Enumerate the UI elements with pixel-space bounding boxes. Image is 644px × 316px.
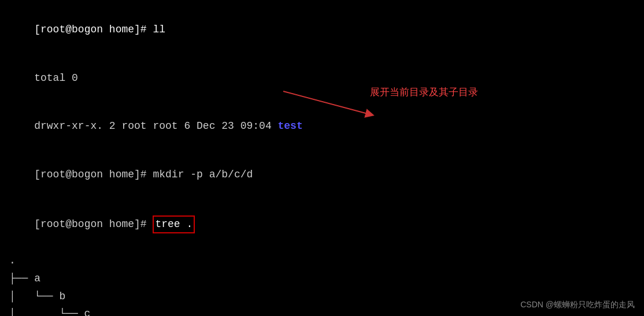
dir-name-test: test <box>278 120 303 132</box>
dir-listing: drwxr-xr-x. 2 root root 6 Dec 23 09:04 <box>34 120 277 132</box>
total-text: total 0 <box>34 72 78 84</box>
terminal-line-2: total 0 <box>9 54 635 103</box>
terminal-line-5: [root@bogon home]# tree . <box>9 199 635 250</box>
tree-a: ├── a <box>9 270 635 288</box>
terminal-line-3: drwxr-xr-x. 2 root root 6 Dec 23 09:04 t… <box>9 102 635 151</box>
terminal-line-1: [root@bogon home]# ll <box>9 6 635 54</box>
brand-watermark: CSDN @螺蛳粉只吃炸蛋的走风 <box>520 300 635 310</box>
terminal-line-4: [root@bogon home]# mkdir -p a/b/c/d <box>9 151 635 199</box>
brand-text: CSDN @螺蛳粉只吃炸蛋的走风 <box>520 300 635 309</box>
tree-command-highlight: tree . <box>153 215 195 234</box>
terminal-window: [root@bogon home]# ll total 0 drwxr-xr-x… <box>0 0 644 316</box>
prompt-5: [root@bogon home]# <box>34 218 153 230</box>
prompt-1: [root@bogon home]# ll <box>34 24 165 35</box>
mkdir-command: [root@bogon home]# mkdir -p a/b/c/d <box>34 169 253 180</box>
tree-dot: . <box>9 252 635 270</box>
annotation-text: 展开当前目录及其子目录 <box>370 85 478 99</box>
